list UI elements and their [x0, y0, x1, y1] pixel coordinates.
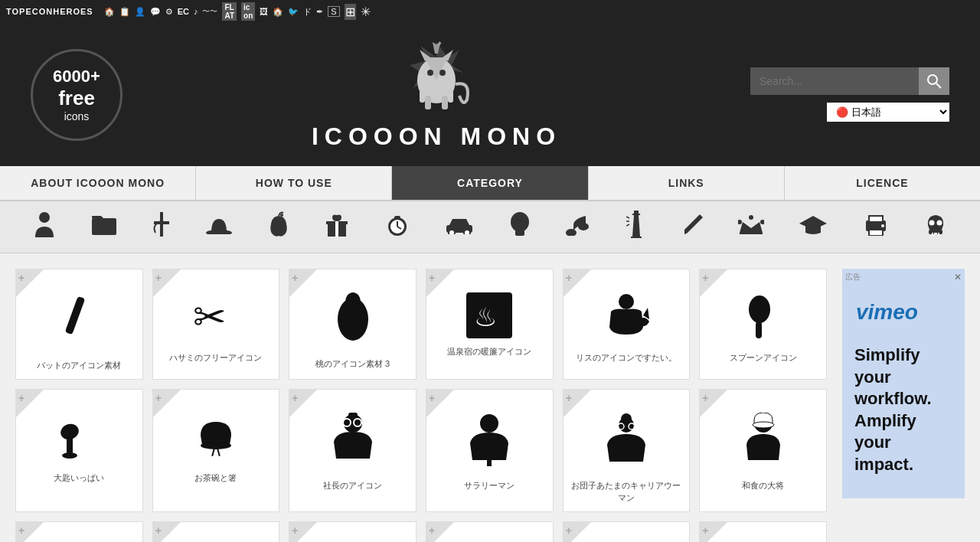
nav-links[interactable]: LINKS [589, 166, 785, 200]
svg-rect-46 [740, 233, 763, 234]
icon-image [740, 413, 786, 472]
cat-icon-lighthouse[interactable] [623, 207, 649, 247]
svg-point-71 [62, 452, 77, 459]
cat-icon-clock[interactable] [382, 208, 413, 246]
icon-label: 温泉宿の暖簾アイコン [447, 346, 531, 358]
logo-line3: icons [64, 110, 90, 122]
cat-icon-medical[interactable] [150, 208, 173, 246]
cat-icon-apple[interactable] [265, 208, 292, 246]
topbar: TOPECONHEROES 🏠 📋 👤 💬 ⚙ EC ♪ 〜〜 FLAT ico… [0, 0, 980, 23]
icon-label: サラリーマン [464, 480, 514, 491]
list-item[interactable]: + 社長のアイコン [289, 389, 416, 512]
nav-licence[interactable]: LICENCE [785, 166, 980, 200]
topbar-icon-house[interactable]: 🏠 [273, 7, 283, 17]
list-item[interactable]: + ✂ ハサミのフリーアイコン [152, 269, 280, 380]
cat-icon-car[interactable] [442, 212, 477, 243]
topbar-icon-2[interactable]: 📋 [119, 7, 130, 17]
ad-text: Simplify your workflow. Amplify your imp… [854, 344, 952, 476]
list-item[interactable]: + ♨ 温泉宿の暖簾アイコン [426, 269, 554, 380]
cat-icon-skull[interactable] [921, 208, 950, 246]
topbar-icon-flat[interactable]: FLAT [222, 2, 237, 21]
list-item[interactable]: + [563, 521, 691, 542]
icon-image [330, 413, 376, 472]
topbar-icon-s[interactable]: S [328, 6, 339, 17]
cat-icon-pencil[interactable] [678, 208, 706, 246]
cat-icon-printer[interactable] [860, 210, 892, 244]
cat-icon-crown[interactable] [735, 211, 767, 243]
list-item[interactable]: + リスのアイコンですたい。 [563, 269, 691, 380]
list-item[interactable]: + 大匙いっぱい [15, 389, 143, 512]
icon-image [56, 292, 102, 352]
topbar-icon-5[interactable]: ⚙ [165, 7, 173, 17]
list-item[interactable]: + [152, 521, 280, 542]
topbar-icon-ec[interactable]: EC [178, 7, 189, 16]
list-item[interactable]: + [289, 521, 416, 542]
topbar-icon-pen[interactable]: ✒ [316, 7, 323, 17]
list-item[interactable]: + お茶碗と箸 [152, 389, 280, 512]
list-item[interactable]: + スプーンアイコン [699, 269, 827, 380]
topbar-icon-icon[interactable]: icon [241, 2, 255, 21]
svg-point-72 [201, 442, 231, 449]
list-item[interactable]: + [15, 521, 143, 542]
topbar-icon-pic[interactable]: 🖼 [260, 7, 268, 16]
nav-about[interactable]: ABOUT ICOOON MONO [0, 166, 196, 200]
list-item[interactable]: + [699, 521, 827, 542]
topbar-icon-1[interactable]: 🏠 [104, 7, 115, 17]
icon-label: お団子あたまのキャリアウーマン [570, 480, 684, 504]
svg-rect-80 [487, 459, 492, 466]
nav-category[interactable]: CATEGORY [392, 166, 588, 200]
list-item[interactable]: + 桃のアイコン素材 3 [289, 269, 416, 380]
category-bar [0, 201, 980, 253]
search-button[interactable] [919, 67, 949, 95]
icon-grid: + バットのアイコン素材 + ✂ ハサミのフリーアイコン + 桃のアイコン素 [15, 269, 827, 542]
svg-rect-60 [938, 233, 939, 236]
ad-box: 広告 ✕ vimeo Simplify your workflow. Ampli… [842, 269, 965, 498]
svg-rect-68 [756, 322, 762, 338]
svg-point-54 [881, 224, 884, 227]
svg-rect-52 [869, 216, 883, 222]
svg-point-33 [511, 212, 529, 232]
svg-point-47 [738, 220, 742, 224]
list-item[interactable]: + サラリーマン [426, 389, 554, 512]
svg-point-64 [345, 292, 361, 311]
icon-label: 和食の大将 [742, 480, 784, 491]
svg-rect-38 [632, 214, 640, 215]
topbar-icon-bird[interactable]: 🐦 [288, 7, 299, 17]
topbar-icon-8[interactable]: 〜〜 [202, 6, 217, 17]
cat-icon-person[interactable] [30, 208, 59, 246]
icon-label: 大匙いっぱい [54, 472, 104, 484]
topbar-icon-game[interactable]: ド [303, 6, 312, 18]
list-item[interactable]: + お団子あたまのキャリアウーマン [563, 389, 691, 512]
cat-icon-music[interactable] [563, 210, 593, 244]
svg-marker-45 [740, 222, 763, 233]
topbar-icon-3[interactable]: 👤 [135, 7, 145, 17]
icon-label: リスのアイコンですたい。 [576, 352, 677, 364]
list-item[interactable]: + 和食の大将 [699, 389, 827, 512]
ad-close-button[interactable]: ✕ [954, 272, 962, 282]
logo-line2: free [58, 87, 95, 110]
cat-icon-gift[interactable] [322, 209, 352, 245]
nav-howto[interactable]: HOW TO USE [196, 166, 392, 200]
topbar-icon-4[interactable]: 💬 [150, 7, 161, 17]
topbar-site-name[interactable]: TOPECONHEROES [6, 7, 93, 16]
icon-label: お茶碗と箸 [194, 472, 237, 484]
svg-rect-24 [335, 220, 338, 237]
cat-icon-boxing[interactable] [506, 208, 534, 246]
logo-line1: 6000+ [53, 67, 100, 87]
cat-icon-folder[interactable] [88, 211, 120, 243]
topbar-icon-grid[interactable]: ⊞ [345, 4, 356, 20]
svg-marker-19 [159, 217, 164, 222]
icon-image [56, 413, 102, 465]
topbar-icon-7[interactable]: ♪ [194, 7, 198, 16]
svg-rect-78 [348, 413, 358, 417]
list-item[interactable]: + [426, 521, 554, 542]
search-input[interactable] [750, 67, 919, 95]
cat-icon-grad[interactable] [796, 210, 830, 244]
topbar-icon-spark[interactable]: ✳ [361, 5, 371, 19]
list-item[interactable]: + バットのアイコン素材 [15, 269, 143, 380]
cat-icon-hat[interactable] [202, 212, 236, 243]
icon-image [603, 413, 649, 472]
svg-point-35 [566, 229, 577, 236]
svg-rect-12 [448, 90, 453, 103]
lang-selector[interactable]: 🔴 日本語 English [827, 103, 949, 122]
